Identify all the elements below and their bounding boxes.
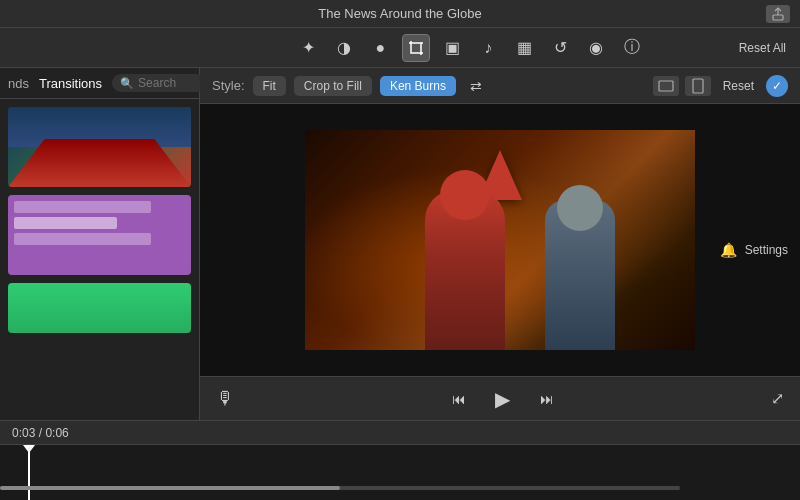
crop-to-fill-button[interactable]: Crop to Fill xyxy=(294,76,372,96)
playhead[interactable] xyxy=(28,445,30,500)
current-time: 0:03 xyxy=(12,426,35,440)
info-icon[interactable]: ⓘ xyxy=(618,34,646,62)
figure-ironman xyxy=(425,190,505,350)
speed-icon[interactable]: ↺ xyxy=(546,34,574,62)
filter-icon[interactable]: ◉ xyxy=(582,34,610,62)
settings-button[interactable]: Settings xyxy=(745,243,788,257)
figure-hero xyxy=(545,200,615,350)
search-icon: 🔍 xyxy=(120,77,134,90)
time-separator: / xyxy=(35,426,45,440)
progress-bar xyxy=(0,486,680,490)
style-label: Style: xyxy=(212,78,245,93)
playback-left: 🎙 xyxy=(216,388,234,409)
media-items-list xyxy=(0,99,199,420)
timeline-progress-area[interactable] xyxy=(0,445,800,500)
tab-sounds[interactable]: nds xyxy=(8,76,29,91)
title-bar: The News Around the Globe xyxy=(0,0,800,28)
ken-burns-button[interactable]: Ken Burns xyxy=(380,76,456,96)
aspect-ratio-button-1[interactable] xyxy=(653,76,679,96)
list-item[interactable] xyxy=(8,195,191,275)
audio-icon[interactable]: ♪ xyxy=(474,34,502,62)
volume-icon[interactable]: 🔔 xyxy=(720,242,737,258)
left-panel: nds Transitions 🔍 All ▾ xyxy=(0,68,200,420)
tab-transitions[interactable]: Transitions xyxy=(39,76,102,91)
svg-rect-8 xyxy=(659,81,673,91)
aspect-icon-1 xyxy=(658,80,674,92)
fit-button[interactable]: Fit xyxy=(253,76,286,96)
confirm-button[interactable]: ✓ xyxy=(766,75,788,97)
main-preview: Style: Fit Crop to Fill Ken Burns ⇄ Rese… xyxy=(200,68,800,420)
reset-button[interactable]: Reset xyxy=(717,77,760,95)
share-icon xyxy=(771,7,785,21)
svg-rect-9 xyxy=(693,79,703,93)
total-time: 0:06 xyxy=(45,426,68,440)
crop-icon[interactable] xyxy=(402,34,430,62)
content-area: nds Transitions 🔍 All ▾ xyxy=(0,68,800,420)
aspect-ratio-button-2[interactable] xyxy=(685,76,711,96)
list-item[interactable] xyxy=(8,107,191,187)
video-preview xyxy=(200,104,800,376)
skip-back-button[interactable]: ⏮ xyxy=(447,387,471,411)
timeline-right-controls: 🔔 Settings xyxy=(720,242,788,258)
playback-center: ⏮ ▶ ⏭ xyxy=(447,383,559,415)
color-balance-icon[interactable]: ◑ xyxy=(330,34,358,62)
search-bar: 🔍 xyxy=(112,74,206,92)
svg-rect-2 xyxy=(411,43,421,53)
crop-svg xyxy=(408,40,424,56)
window-title: The News Around the Globe xyxy=(318,6,481,21)
microphone-button[interactable]: 🎙 xyxy=(216,388,234,409)
playback-right: ⤢ xyxy=(771,389,784,408)
list-item[interactable] xyxy=(8,283,191,333)
aspect-icon-2 xyxy=(692,78,704,94)
style-right-controls: Reset ✓ xyxy=(653,75,788,97)
search-input[interactable] xyxy=(138,76,198,90)
main-toolbar: ✦ ◑ ● ▣ ♪ ▦ ↺ ◉ ⓘ Reset All xyxy=(0,28,800,68)
reset-all-button[interactable]: Reset All xyxy=(733,38,792,58)
toolbar-right: Reset All xyxy=(733,38,792,58)
playback-bar: 🎙 ⏮ ▶ ⏭ ⤢ xyxy=(200,376,800,420)
progress-fill xyxy=(0,486,340,490)
check-icon: ✓ xyxy=(772,79,782,93)
camera-icon[interactable]: ▣ xyxy=(438,34,466,62)
color-icon[interactable]: ● xyxy=(366,34,394,62)
magic-wand-icon[interactable]: ✦ xyxy=(294,34,322,62)
video-overlay-icon[interactable]: ▦ xyxy=(510,34,538,62)
play-button[interactable]: ▶ xyxy=(487,383,519,415)
toolbar-center: ✦ ◑ ● ▣ ♪ ▦ ↺ ◉ ⓘ xyxy=(208,34,733,62)
timeline: 0:03 / 0:06 🔔 Settings xyxy=(0,420,800,500)
left-panel-tabs: nds Transitions 🔍 All ▾ xyxy=(0,68,199,99)
skip-forward-button[interactable]: ⏭ xyxy=(535,387,559,411)
timeline-header: 0:03 / 0:06 🔔 Settings xyxy=(0,421,800,445)
fullscreen-button[interactable]: ⤢ xyxy=(771,389,784,408)
video-frame xyxy=(305,130,695,350)
style-toolbar: Style: Fit Crop to Fill Ken Burns ⇄ Rese… xyxy=(200,68,800,104)
svg-rect-0 xyxy=(773,15,783,20)
swap-icon[interactable]: ⇄ xyxy=(464,74,488,98)
share-button[interactable] xyxy=(766,5,790,23)
